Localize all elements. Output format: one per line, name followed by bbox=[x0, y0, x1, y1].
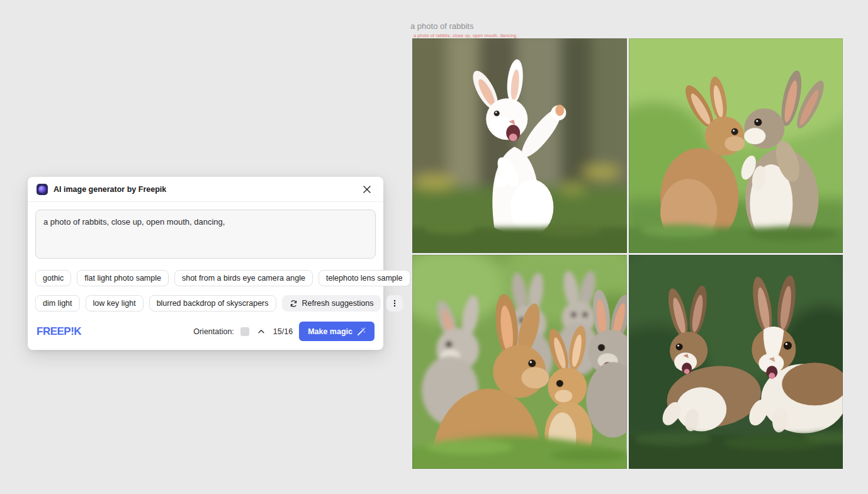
ai-image-generator-modal: AI image generator by Freepik a photo of… bbox=[28, 177, 383, 350]
close-icon bbox=[362, 184, 372, 194]
suggestion-chips-row-1: gothic flat light photo sample shot from… bbox=[35, 270, 376, 286]
generated-image-4[interactable] bbox=[629, 255, 843, 469]
modal-footer: FREEP!K Orientation: 15/16 Make magic bbox=[35, 322, 376, 341]
chevron-up-icon bbox=[257, 327, 266, 336]
rabbit-photo-dancing-white bbox=[412, 38, 627, 253]
make-magic-label: Make magic bbox=[308, 327, 352, 336]
desktop-background: a photo of rabbits a photo of rabbits, c… bbox=[0, 0, 868, 494]
orientation-label: Orientation: bbox=[193, 327, 234, 336]
rabbit-photo-group bbox=[412, 255, 627, 469]
suggestion-chips-row-2: dim light low key light blurred backdrop… bbox=[35, 295, 376, 312]
prompt-input[interactable]: a photo of rabbits, close up, open mouth… bbox=[35, 210, 376, 259]
generated-image-2[interactable] bbox=[629, 38, 843, 253]
suggestion-chip-low-key-light[interactable]: low key light bbox=[86, 295, 144, 312]
more-options-button[interactable] bbox=[386, 295, 403, 312]
suggestion-chip-birds-eye[interactable]: shot from a birds eye camera angle bbox=[174, 270, 313, 286]
suggestion-chip-dim-light[interactable]: dim light bbox=[35, 295, 80, 312]
footer-controls: Orientation: 15/16 Make magic bbox=[193, 322, 375, 341]
suggestion-chip-gothic[interactable]: gothic bbox=[35, 270, 71, 286]
suggestion-chip-telephoto[interactable]: telephoto lens sample bbox=[318, 270, 410, 286]
close-button[interactable] bbox=[359, 182, 375, 197]
modal-body: a photo of rabbits, close up, open mouth… bbox=[28, 202, 383, 350]
refresh-icon bbox=[290, 300, 298, 308]
suggestion-chip-blurred-backdrop[interactable]: blurred backdrop of skyscrapers bbox=[149, 295, 276, 312]
suggestion-chip-flat-light[interactable]: flat light photo sample bbox=[77, 270, 169, 286]
result-subcaption: a photo of rabbits, close up, open mouth… bbox=[414, 33, 517, 38]
kebab-menu-icon bbox=[390, 299, 399, 308]
modal-title: AI image generator by Freepik bbox=[54, 185, 166, 194]
generated-image-grid bbox=[412, 38, 843, 469]
refresh-suggestions-button[interactable]: Refresh suggestions bbox=[282, 295, 381, 312]
orientation-expand-button[interactable] bbox=[256, 326, 267, 337]
camera-lens-icon bbox=[37, 184, 48, 195]
generated-image-3[interactable] bbox=[412, 255, 627, 469]
magic-wand-icon bbox=[357, 327, 366, 336]
modal-header: AI image generator by Freepik bbox=[28, 177, 383, 202]
rabbit-photo-running-pair bbox=[629, 255, 843, 469]
freepik-logo: FREEP!K bbox=[37, 325, 81, 338]
refresh-suggestions-label: Refresh suggestions bbox=[302, 299, 374, 308]
generation-counter: 15/16 bbox=[273, 327, 293, 336]
rabbit-photo-playing-pair bbox=[629, 38, 843, 253]
generated-image-1[interactable] bbox=[412, 38, 627, 253]
result-caption: a photo of rabbits bbox=[410, 21, 473, 31]
orientation-square-swatch[interactable] bbox=[240, 327, 249, 336]
make-magic-button[interactable]: Make magic bbox=[299, 322, 375, 341]
